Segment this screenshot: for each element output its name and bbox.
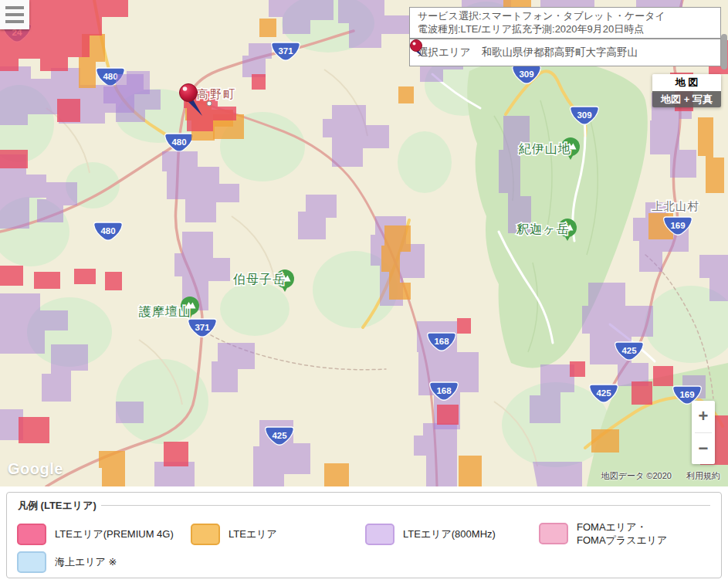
map-type-control: 地 図 地図 + 写真 xyxy=(652,74,721,107)
legend-label-foma: FOMAエリア・ FOMAプラスエリア xyxy=(577,520,667,547)
svg-text:309: 309 xyxy=(519,69,533,79)
map-svg: 24 480 480 480 xyxy=(0,0,728,486)
legend-item-sea: 海上エリア ※ xyxy=(17,551,117,573)
legend-item-lte800: LTEエリア(800MHz) xyxy=(365,524,496,545)
menu-icon xyxy=(5,6,24,9)
service-selection-line: サービス選択:スマートフォン・タブレット・ケータイ xyxy=(418,9,713,22)
svg-text:169: 169 xyxy=(679,390,694,399)
svg-text:371: 371 xyxy=(278,46,293,56)
label-shakagatake: 釈迦ヶ岳 xyxy=(516,222,569,236)
legend-swatch-lte800 xyxy=(365,524,394,545)
map-canvas[interactable]: 24 480 480 480 xyxy=(0,0,728,486)
zoom-in-button[interactable]: + xyxy=(692,401,715,432)
svg-text:309: 309 xyxy=(577,110,591,120)
label-kamikitayama: 上北山村 xyxy=(652,200,699,212)
zoom-control: + − xyxy=(692,401,715,464)
area-pin-icon xyxy=(410,39,424,58)
svg-text:169: 169 xyxy=(670,221,685,230)
google-logo[interactable]: Google xyxy=(8,460,63,478)
label-gomadanzan: 護摩壇山 xyxy=(138,305,191,318)
band-type-line: 電波種別:LTE/エリア拡充予測:2020年9月20日時点 xyxy=(418,22,713,36)
legend-swatch-lte xyxy=(191,524,220,545)
legend-item-premium4g: LTEエリア(PREMIUM 4G) xyxy=(17,524,174,545)
legend-label-lte800: LTEエリア(800MHz) xyxy=(403,527,496,541)
svg-text:425: 425 xyxy=(596,388,611,398)
svg-text:425: 425 xyxy=(621,346,637,355)
service-info-box: サービス選択:スマートフォン・タブレット・ケータイ 電波種別:LTE/エリア拡充… xyxy=(409,7,721,39)
selected-area-box: 選択エリア 和歌山県伊都郡高野町大字高野山 xyxy=(409,39,721,66)
legend-label-premium4g: LTEエリア(PREMIUM 4G) xyxy=(55,527,174,541)
legend-panel: 凡例 (LTEエリア) LTEエリア(PREMIUM 4G) LTEエリア LT… xyxy=(6,492,722,578)
label-obakodake: 伯母子岳 xyxy=(232,273,286,286)
legend-title: 凡例 (LTEエリア) xyxy=(18,499,97,513)
svg-text:480: 480 xyxy=(100,226,115,236)
svg-text:371: 371 xyxy=(195,323,210,332)
terms-of-use-link[interactable]: 利用規約 xyxy=(686,471,720,480)
zoom-out-button[interactable]: − xyxy=(692,433,715,465)
menu-button[interactable] xyxy=(0,0,29,29)
legend-swatch-foma xyxy=(539,523,568,544)
legend-item-lte: LTEエリア xyxy=(191,524,277,545)
legend-divider xyxy=(101,505,710,506)
map-data-copyright: 地図データ ©2020 xyxy=(601,471,672,480)
selected-area-label: 選択エリア xyxy=(418,46,470,59)
selected-area-value: 和歌山県伊都郡高野町大字高野山 xyxy=(481,46,638,59)
svg-text:480: 480 xyxy=(103,72,117,81)
map-type-hybrid-button[interactable]: 地図 + 写真 xyxy=(652,91,721,107)
map-attribution: 地図データ ©2020 利用規約 xyxy=(601,470,720,482)
scrollbar-thumb[interactable] xyxy=(721,34,727,69)
svg-text:480: 480 xyxy=(171,137,186,147)
label-koyacho: 高野町 xyxy=(197,87,236,100)
legend-label-sea: 海上エリア ※ xyxy=(55,555,117,569)
page: 24 480 480 480 xyxy=(0,0,728,583)
legend-swatch-premium4g xyxy=(17,524,46,545)
legend-label-lte: LTEエリア xyxy=(229,527,277,541)
label-kii-mountains: 紀伊山地 xyxy=(519,142,571,155)
svg-text:168: 168 xyxy=(436,386,452,395)
map-type-map-button[interactable]: 地 図 xyxy=(652,74,721,91)
legend-swatch-sea xyxy=(17,551,46,573)
svg-text:168: 168 xyxy=(434,337,449,346)
legend-item-foma: FOMAエリア・ FOMAプラスエリア xyxy=(539,520,667,547)
town-dot xyxy=(207,101,212,106)
svg-text:425: 425 xyxy=(272,431,287,440)
